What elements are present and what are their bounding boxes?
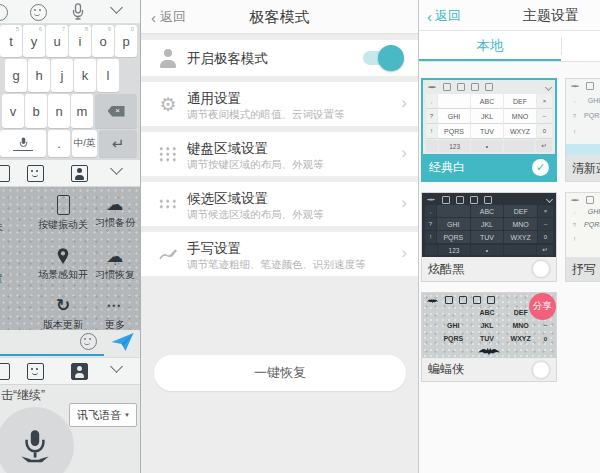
enter-key[interactable]: ↵ xyxy=(99,130,137,157)
geek-mode-header: ‹ 返回 极客模式 xyxy=(141,0,418,34)
backspace-key[interactable]: × xyxy=(95,94,137,128)
more-icon: ▪▪▪ xyxy=(108,297,123,315)
key-k[interactable]: k xyxy=(74,59,96,92)
keyboard-panel: t5 y6 u7 i8 o9 p0 g h j k l v b n m × xyxy=(0,0,140,473)
toggle-row-geek-mode[interactable]: 开启极客模式 xyxy=(141,40,419,76)
theme-label-bar: 经典白 ✓ xyxy=(423,154,555,180)
key-t[interactable]: t5 xyxy=(0,25,22,57)
toggle-knob xyxy=(378,45,404,71)
voice-mic-button[interactable] xyxy=(0,407,74,473)
space-mic-key[interactable] xyxy=(0,130,46,157)
key-v[interactable]: v xyxy=(2,94,24,128)
grid-item-scene[interactable]: 场景感知开 xyxy=(34,247,92,282)
lang-switch-key[interactable]: 中/英 xyxy=(72,130,97,157)
cut-icon-2[interactable] xyxy=(0,363,10,380)
back-arrow-icon: ‹ xyxy=(427,10,432,23)
person-icon xyxy=(157,48,179,68)
voice-engine-button[interactable]: 讯飞语音 ▾ xyxy=(69,403,137,427)
theme-preview: ,GHI ?PQRS ! xyxy=(566,79,600,155)
page-title: 极客模式 xyxy=(141,8,418,27)
theme-card-cool-black[interactable]: ,ABCDEF× ?GHIJKLMNO– !PQRSTUVWXYZ0 123•↵… xyxy=(421,192,557,282)
send-icon[interactable] xyxy=(110,332,135,352)
key-n[interactable]: n xyxy=(48,94,70,128)
key-u[interactable]: u7 xyxy=(46,25,68,57)
chevron-right-icon: › xyxy=(401,193,407,213)
key-j[interactable]: j xyxy=(51,59,73,92)
key-m[interactable]: m xyxy=(71,94,93,128)
input-strip xyxy=(0,330,140,356)
theme-preview: ,ABCDEF× ?GHIJKLMNO– !PQRSTUVWXYZ0 123•↵ xyxy=(422,193,556,257)
theme-settings-panel: ‹ 返回 主题设置 本地 ,ABCDEF× ?GHIJKLMNO– !PQRST… xyxy=(418,0,600,473)
blue-bottom-row xyxy=(566,144,600,155)
tab-local[interactable]: 本地 xyxy=(419,31,561,61)
hide-keyboard-icon[interactable] xyxy=(110,1,123,14)
grid-item-vibration[interactable]: 按键振动关 xyxy=(34,195,92,232)
keyboard-toolbar xyxy=(0,0,140,24)
theme-radio[interactable] xyxy=(532,361,550,379)
theme-card-classic-white[interactable]: ,ABCDEF× ?GHIJKLMNO– !PQRSTUVWXYZ0 123•↵… xyxy=(421,78,557,182)
theme-name: 蝙蝠侠 xyxy=(428,361,532,378)
grid-item-update[interactable]: ↻ 版本更新 xyxy=(34,297,92,332)
geek-mode-toggle[interactable] xyxy=(363,51,401,65)
clipboard-icon[interactable] xyxy=(0,4,8,21)
selected-check-icon[interactable]: ✓ xyxy=(532,159,549,176)
theme-card-shuxie[interactable]: ,GHI ?PQRS ! 抒写 xyxy=(565,192,600,282)
chevron-down-icon[interactable] xyxy=(110,162,123,175)
key-p[interactable]: p0 xyxy=(115,25,137,57)
screen: t5 y6 u7 i8 o9 p0 g h j k l v b n m × xyxy=(0,0,600,473)
grid-item-restore[interactable]: ☁↓ 习惯恢复 xyxy=(86,247,140,282)
grid-item-backup[interactable]: ☁↑ 习惯备份 xyxy=(86,195,140,230)
theme-label-bar: 抒写 xyxy=(566,257,600,281)
refresh-icon: ↻ xyxy=(56,297,70,315)
share-badge[interactable]: 分享 xyxy=(529,293,556,320)
theme-card-fresh-blue[interactable]: ,GHI ?PQRS ! 清新蓝 xyxy=(565,78,600,182)
geek-mode-panel: ‹ 返回 极客模式 开启极客模式 ⚙ 通用设置 调节夜间模式的暗值、云词设置等 … xyxy=(140,0,418,473)
chevron-down-icon-2[interactable] xyxy=(110,360,123,373)
keyboard-grid-icon xyxy=(157,146,179,162)
theme-label-bar: 清新蓝 xyxy=(566,155,600,181)
settings-grid: 关 置 按键振动关 ☁↑ 习惯备份 场景感知开 ☁↓ 习惯恢复 ↻ 版本更新 xyxy=(0,187,140,330)
theme-name: 经典白 xyxy=(429,159,532,176)
page-title: 主题设置 xyxy=(523,7,579,25)
menu-item-candidate-area[interactable]: 候选区域设置 调节候选区域的布局、外观等 › xyxy=(141,182,419,226)
cut-icon[interactable] xyxy=(0,165,10,182)
dropdown-arrow-icon: ▾ xyxy=(125,411,129,419)
key-o[interactable]: o9 xyxy=(92,25,114,57)
key-l[interactable]: l xyxy=(97,59,119,92)
chevron-right-icon: › xyxy=(401,93,407,113)
theme-card-batman[interactable]: 分享 ABCDEF× GHIJKLMNO– PQRSTUVWXYZ0 蝙蝠侠 xyxy=(421,292,557,382)
back-button[interactable]: ‹ 返回 xyxy=(427,7,461,25)
key-h[interactable]: h xyxy=(28,59,50,92)
cut-label-1: 关 xyxy=(0,220,3,234)
emoji-panel-icon-2[interactable] xyxy=(27,363,44,380)
period-key[interactable]: . xyxy=(48,130,70,157)
bat-mic-icon xyxy=(14,428,56,464)
key-b[interactable]: b xyxy=(25,94,47,128)
menu-item-general[interactable]: ⚙ 通用设置 调节夜间模式的暗值、云词设置等 › xyxy=(141,82,419,126)
theme-preview: 分享 ABCDEF× GHIJKLMNO– PQRSTUVWXYZ0 xyxy=(422,293,556,358)
wink-emoji-icon[interactable] xyxy=(80,333,97,350)
menu-item-keyboard-area[interactable]: 键盘区域设置 调节按键区域的布局、外观等 › xyxy=(141,132,419,176)
theme-preview: ,ABCDEF× ?GHIJKLMNO– !PQRSTUVWXYZ0 123•↵ xyxy=(423,80,555,154)
key-y[interactable]: y6 xyxy=(23,25,45,57)
profile-panel-icon[interactable] xyxy=(71,165,88,182)
theme-tabbar: 本地 xyxy=(419,31,600,62)
theme-label-bar: 蝙蝠侠 xyxy=(422,358,556,381)
emoji-icon[interactable] xyxy=(30,4,47,21)
menu-item-handwriting[interactable]: 手写设置 调节笔迹粗细、笔迹颜色、识别速度等 › xyxy=(141,232,419,276)
gear-icon: ⚙ xyxy=(157,95,179,114)
profile-panel-icon-active[interactable] xyxy=(71,363,88,380)
one-key-restore-button[interactable]: 一键恢复 xyxy=(154,355,406,391)
key-i[interactable]: i8 xyxy=(69,25,91,57)
key-g[interactable]: g xyxy=(5,59,27,92)
batman-logo-icon xyxy=(476,346,502,356)
backspace-icon: × xyxy=(108,106,125,117)
mic-space-icon xyxy=(13,137,33,151)
emoji-panel-icon[interactable] xyxy=(27,165,44,182)
mic-icon[interactable] xyxy=(72,3,84,20)
grid-item-more[interactable]: ▪▪▪ 更多 xyxy=(86,297,140,332)
theme-radio[interactable] xyxy=(532,260,550,278)
cut-label-2: 置 xyxy=(0,272,3,286)
handwriting-icon xyxy=(157,246,179,262)
toggle-label: 开启极客模式 xyxy=(187,50,268,68)
